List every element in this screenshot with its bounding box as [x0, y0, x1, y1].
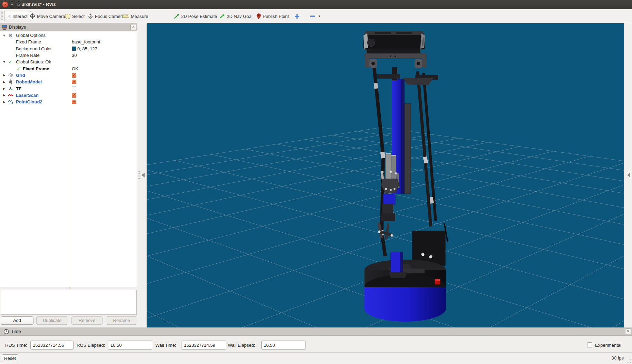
- expander-closed-icon[interactable]: ▶: [2, 100, 6, 104]
- robot-spine-rail: [405, 103, 411, 194]
- tree-row-global-options[interactable]: ▼ ⚙ Global Options: [0, 32, 137, 39]
- time-panel-close-icon[interactable]: ✕: [625, 328, 631, 334]
- ros-time-input[interactable]: [30, 341, 74, 350]
- remove-display-button[interactable]: Remove: [71, 316, 103, 325]
- window-maximize-button[interactable]: ▢: [16, 1, 22, 8]
- expander-open-icon[interactable]: ▼: [2, 60, 6, 64]
- tool-add-button[interactable]: [294, 11, 300, 21]
- focus-camera-icon: [88, 13, 93, 19]
- measure-ruler-icon: [122, 14, 129, 18]
- tree-row-fixed-frame[interactable]: Fixed Frame base_footprint: [0, 39, 137, 45]
- clock-icon: [3, 329, 9, 334]
- tree-row-robotmodel[interactable]: ▶ RobotModel: [0, 79, 137, 85]
- tool-remove-button[interactable]: [310, 11, 315, 21]
- ros-time-label: ROS Time:: [5, 343, 27, 348]
- expander-closed-icon[interactable]: ▶: [2, 93, 6, 97]
- nav-goal-arrow-icon: [219, 13, 225, 19]
- tool-select[interactable]: Select: [65, 11, 85, 21]
- expander-closed-icon[interactable]: ▶: [2, 73, 6, 77]
- fixed-frame-status-value: OK: [72, 66, 78, 71]
- tf-checkbox[interactable]: [72, 87, 76, 91]
- laserscan-checkbox[interactable]: [72, 93, 76, 98]
- experimental-checkbox[interactable]: [587, 342, 592, 347]
- displays-close-icon[interactable]: ✕: [130, 24, 136, 30]
- render-viewport-3d[interactable]: [147, 23, 624, 327]
- time-panel-title: Time: [11, 329, 21, 334]
- wall-time-input[interactable]: [182, 341, 226, 350]
- displays-panel-header[interactable]: Displays ✕: [0, 23, 137, 31]
- display-description-box: [1, 290, 137, 315]
- frame-rate-value[interactable]: 30: [72, 53, 77, 58]
- window-minimize-button[interactable]: –: [9, 1, 15, 8]
- add-display-button[interactable]: Add: [1, 316, 33, 325]
- tool-2d-nav-goal[interactable]: 2D Nav Goal: [219, 11, 252, 21]
- background-color-value[interactable]: 0; 85; 127: [72, 46, 97, 51]
- grid-checkbox[interactable]: [72, 73, 76, 78]
- laserscan-icon: [8, 92, 13, 98]
- rename-display-button[interactable]: Rename: [106, 316, 137, 325]
- right-panel-splitter[interactable]: [624, 23, 632, 327]
- pose-estimate-arrow-icon: [174, 13, 179, 19]
- pointcloud-icon: [8, 99, 13, 105]
- tool-publish-point[interactable]: Publish Point: [256, 11, 289, 21]
- tool-2d-pose-estimate[interactable]: 2D Pose Estimate: [174, 11, 217, 21]
- expander-open-icon[interactable]: ▼: [2, 34, 6, 37]
- tool-interact[interactable]: ☝ Interact: [4, 11, 31, 21]
- tool-measure[interactable]: Measure: [122, 11, 148, 21]
- displays-panel-title: Displays: [9, 24, 26, 30]
- color-swatch: [72, 47, 76, 51]
- displays-panel: Displays ✕ ▼ ⚙ Global Options Fixed Fram…: [0, 23, 137, 327]
- duplicate-display-button[interactable]: Duplicate: [36, 316, 68, 325]
- expander-closed-icon[interactable]: ▶: [2, 80, 6, 84]
- status-ok-check-icon: ✓: [8, 59, 13, 65]
- move-camera-icon: [30, 13, 35, 19]
- tree-row-fixed-frame-status[interactable]: ✓ Fixed Frame OK: [0, 65, 137, 72]
- tree-row-frame-rate[interactable]: Frame Rate 30: [0, 52, 137, 59]
- tree-row-global-status[interactable]: ▼ ✓ Global Status: Ok: [0, 59, 137, 65]
- collapse-left-panel-icon[interactable]: [142, 173, 145, 178]
- tree-row-tf[interactable]: ▶ TF: [0, 85, 137, 92]
- gear-icon: ⚙: [8, 33, 13, 38]
- wall-elapsed-input[interactable]: [261, 341, 306, 350]
- wall-time-label: Wall Time:: [155, 343, 176, 348]
- tree-row-grid[interactable]: ▶ Grid: [0, 72, 137, 79]
- tree-row-background-color[interactable]: Background Color 0; 85; 127: [0, 46, 137, 52]
- time-panel-header[interactable]: Time ✕: [0, 327, 632, 336]
- experimental-label: Experimental: [595, 343, 621, 348]
- collapse-right-panel-icon[interactable]: [627, 173, 630, 178]
- emergency-stop-button: [435, 279, 440, 285]
- title-bar: ✕ – ▢ urdf.rviz* - RViz: [0, 0, 632, 9]
- panel-splitter-handle[interactable]: ⠿⠿: [0, 287, 137, 290]
- displays-tree: ▼ ⚙ Global Options Fixed Frame base_foot…: [0, 31, 137, 287]
- tool-move-camera[interactable]: Move Camera: [30, 11, 65, 21]
- tool-focus-camera[interactable]: Focus Camera: [88, 11, 124, 21]
- reset-button[interactable]: Reset: [2, 354, 18, 362]
- tf-axes-icon: [8, 86, 13, 91]
- minus-icon: [310, 15, 315, 17]
- fixed-frame-value[interactable]: base_footprint: [72, 39, 100, 44]
- interact-hand-icon: ☝: [8, 14, 11, 19]
- window-resize-grip[interactable]: [626, 358, 631, 363]
- expander-closed-icon[interactable]: ▶: [2, 87, 6, 90]
- tree-row-laserscan[interactable]: ▶ LaserScan: [0, 92, 137, 99]
- publish-point-pin-icon: [256, 13, 261, 19]
- window-close-button[interactable]: ✕: [2, 1, 8, 8]
- status-bar: Reset 30 fps: [0, 352, 632, 364]
- toolbar-drag-handle[interactable]: [1, 12, 3, 20]
- robot-model-icon: [8, 79, 13, 85]
- toolbar-overflow-chevron[interactable]: ▼: [318, 11, 321, 21]
- select-icon: [65, 14, 70, 19]
- window-title: urdf.rviz* - RViz: [21, 2, 56, 7]
- status-ok-check-icon: ✓: [16, 66, 21, 71]
- ros-elapsed-label: ROS Elapsed:: [77, 343, 105, 348]
- left-panel-splitter[interactable]: [137, 23, 147, 327]
- robotmodel-checkbox[interactable]: [72, 80, 76, 84]
- fps-counter: 30 fps: [612, 355, 624, 361]
- pointcloud2-checkbox[interactable]: [72, 100, 76, 104]
- toolbar: ☝ Interact Move Camera Select Focus Cam: [0, 9, 632, 23]
- tree-row-pointcloud2[interactable]: ▶ PointCloud2: [0, 99, 137, 105]
- grid-display-icon: [8, 72, 13, 78]
- time-panel: Time ✕ ROS Time: ROS Elapsed: Wall Time:…: [0, 327, 632, 352]
- ros-elapsed-input[interactable]: [108, 341, 152, 350]
- displays-monitor-icon: [2, 25, 7, 30]
